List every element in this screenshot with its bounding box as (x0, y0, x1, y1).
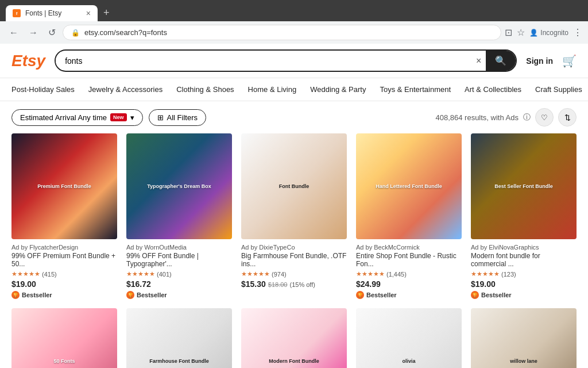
favicon: f (13, 9, 21, 17)
search-clear-button[interactable]: × (471, 56, 486, 66)
incognito-button[interactable]: 👤 Incognito (529, 29, 568, 37)
product-title: 99% OFF Font Bundle | Typographer'... (126, 252, 232, 268)
nav-item-toys[interactable]: Toys & Entertainment (373, 83, 458, 96)
products-grid: Premium Font Bundle Ad by FlycatcherDesi… (11, 133, 577, 368)
product-image: Farmhouse Font Bundle (126, 308, 232, 368)
product-ad: Ad by BeckMcCormick (356, 244, 462, 251)
address-url: etsy.com/search?q=fonts (84, 28, 493, 37)
nav-item-wedding[interactable]: Wedding & Party (303, 83, 373, 96)
product-card[interactable]: 50 Fonts DongwoonLee Calligraphy Font, T… (11, 308, 117, 368)
address-bar[interactable]: 🔒 etsy.com/search?q=fonts (63, 25, 501, 40)
lock-icon: 🔒 (71, 29, 80, 37)
favorites-filter-button[interactable]: ♡ (535, 108, 554, 126)
estimated-arrival-filter[interactable]: Estimated Arrival Any time New ▾ (11, 109, 143, 126)
bestseller-icon: 🏆 (11, 291, 20, 299)
product-image-text: Farmhouse Font Bundle (149, 358, 209, 365)
search-bar: × 🔍 (55, 49, 517, 72)
product-card[interactable]: olivia NewYorkDesignStudio Cricut font, … (356, 308, 462, 368)
product-price: $19.00 (11, 279, 36, 289)
stars-icon: ★★★★★ (356, 270, 385, 278)
review-count: (415) (42, 271, 57, 278)
nav-item-jewelry[interactable]: Jewelry & Accessories (82, 83, 169, 96)
filter-icon: ⊞ (157, 113, 164, 122)
product-title: Modern font bundle for commercial ... (471, 252, 577, 268)
product-image: Typographer's Dream Box (126, 133, 232, 239)
browser-tab[interactable]: f Fonts | Etsy × (6, 5, 98, 21)
bestseller-icon: 🏆 (356, 291, 364, 299)
browser-toolbar: ← → ↺ 🔒 etsy.com/search?q=fonts ⊡ ☆ 👤 In… (0, 21, 588, 44)
product-card[interactable]: willow lane SaltyInkFonts Digital font, … (471, 308, 577, 368)
close-tab-icon[interactable]: × (86, 9, 91, 18)
stars-icon: ★★★★★ (241, 270, 270, 278)
info-icon: ⓘ (523, 112, 531, 122)
incognito-label: Incognito (540, 29, 568, 37)
nav-item-art[interactable]: Art & Collectibles (458, 83, 528, 96)
bestseller-badge: 🏆 Bestseller (11, 291, 52, 299)
new-badge: New (110, 113, 127, 121)
bestseller-icon: 🏆 (471, 291, 479, 299)
sign-in-button[interactable]: Sign in (526, 56, 553, 66)
product-price-container: $15.30$18.00(15% off) (241, 279, 347, 289)
product-card[interactable]: Modern Font Bundle SansAndSons Modern Fo… (241, 308, 347, 368)
bestseller-icon: 🏆 (126, 291, 134, 299)
product-title: Entire Shop Font Bundle - Rustic Fon... (356, 252, 462, 268)
product-card[interactable]: Best Seller Font Bundle Ad by ElviNovaGr… (471, 133, 577, 299)
product-ad: Ad by DixieTypeCo (241, 244, 347, 251)
product-card[interactable]: Typographer's Dream Box Ad by WornOutMed… (126, 133, 232, 299)
stars-icon: ★★★★★ (126, 270, 155, 278)
filters-bar: Estimated Arrival Any time New ▾ ⊞ All F… (0, 101, 588, 133)
back-button[interactable]: ← (6, 25, 22, 40)
product-image: Modern Font Bundle (241, 308, 347, 368)
search-button[interactable]: 🔍 (486, 51, 516, 71)
product-image-text: Typographer's Dream Box (147, 183, 211, 190)
etsy-nav: Post-Holiday Sales Jewelry & Accessories… (0, 78, 588, 101)
product-price-container: $19.00 (11, 279, 117, 289)
filter-arrival-label: Estimated Arrival Any time (20, 113, 107, 122)
product-stars: ★★★★★ (1,445) (356, 270, 462, 278)
product-card[interactable]: Premium Font Bundle Ad by FlycatcherDesi… (11, 133, 117, 299)
product-ad: Ad by WornOutMedia (126, 244, 232, 251)
product-image: Hand Lettered Font Bundle (356, 133, 462, 239)
product-price: $24.99 (356, 279, 381, 289)
product-card[interactable]: Hand Lettered Font Bundle Ad by BeckMcCo… (356, 133, 462, 299)
review-count: (123) (501, 271, 516, 278)
product-card[interactable]: Font Bundle Ad by DixieTypeCo Big Farmho… (241, 133, 347, 299)
product-ad: Ad by ElviNovaGraphics (471, 244, 577, 251)
product-card[interactable]: Farmhouse Font Bundle KAFontDesigns Farm… (126, 308, 232, 368)
product-image-text: olivia (402, 358, 415, 365)
nav-item-post-holiday[interactable]: Post-Holiday Sales (11, 83, 82, 96)
product-image-text: Hand Lettered Font Bundle (376, 183, 442, 190)
etsy-logo[interactable]: Etsy (11, 52, 45, 70)
product-title: 99% OFF Premium Font Bundle + 50... (11, 252, 117, 268)
all-filters-label: All Filters (167, 113, 198, 122)
bestseller-badge: 🏆 Bestseller (356, 291, 397, 299)
product-price-container: $16.72 (126, 279, 232, 289)
product-image: olivia (356, 308, 462, 368)
stars-icon: ★★★★★ (471, 270, 500, 278)
product-stars: ★★★★★ (123) (471, 270, 577, 278)
product-price-container: $24.99 (356, 279, 462, 289)
menu-icon[interactable]: ⋮ (573, 27, 582, 38)
product-price-container: $19.00 (471, 279, 577, 289)
forward-button[interactable]: → (25, 25, 41, 40)
search-input[interactable] (56, 52, 471, 70)
cart-icon[interactable]: 🛒 (562, 54, 577, 68)
product-price: $15.30 (241, 279, 266, 289)
new-tab-button[interactable]: + (99, 5, 114, 21)
product-image: Premium Font Bundle (11, 133, 117, 239)
sort-button[interactable]: ⇅ (558, 108, 577, 126)
nav-item-clothing[interactable]: Clothing & Shoes (169, 83, 241, 96)
stars-icon: ★★★★★ (11, 270, 40, 278)
product-price: $16.72 (126, 279, 151, 289)
review-count: (974) (272, 271, 287, 278)
nav-item-home[interactable]: Home & Living (241, 83, 304, 96)
reload-button[interactable]: ↺ (45, 25, 59, 40)
chevron-down-icon: ▾ (130, 113, 134, 122)
product-price: $19.00 (471, 279, 496, 289)
nav-item-craft[interactable]: Craft Supplies (528, 83, 588, 96)
tab-title: Fonts | Etsy (25, 9, 82, 17)
product-image: Best Seller Font Bundle (471, 133, 577, 239)
product-image-text: 50 Fonts (53, 358, 75, 365)
all-filters-button[interactable]: ⊞ All Filters (149, 109, 206, 126)
browser-chrome: f Fonts | Etsy × + (0, 0, 588, 21)
